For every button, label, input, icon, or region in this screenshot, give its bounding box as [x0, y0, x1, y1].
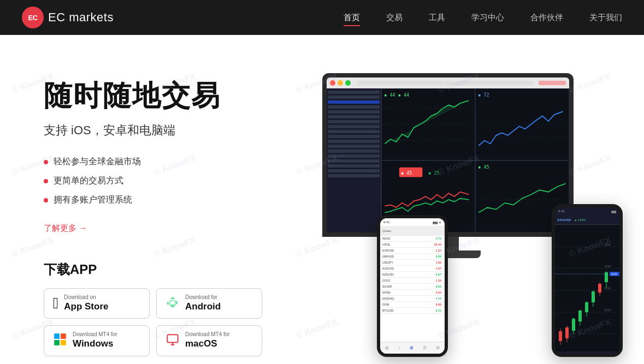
monitor-sidebar — [327, 88, 381, 232]
phone-quote-row: NGAS3.72↑ — [380, 236, 445, 242]
phone-statusbar-right: 9:41 ▮▮▮ — [555, 207, 619, 215]
nav-item-home[interactable]: 首页 — [344, 13, 360, 23]
nav-links: 首页 交易 工具 学习中心 合作伙伴 关于我们 — [344, 13, 622, 23]
svg-rect-44 — [598, 284, 601, 293]
nav-link-tools[interactable]: 工具 — [429, 13, 445, 24]
svg-rect-3 — [61, 340, 66, 345]
nav-item-partner[interactable]: 合作伙伴 — [530, 13, 563, 23]
svg-text:▪ 44  ▪ 44: ▪ 44 ▪ 44 — [384, 92, 409, 98]
nav-item-about[interactable]: 关于我们 — [589, 13, 622, 23]
download-windows-button[interactable]: Download MT4 for Windows — [44, 325, 150, 356]
phone-quote-row: SP5002.53↓ — [380, 290, 445, 296]
phone-quote-row: DOW0.68↓ — [380, 302, 445, 308]
feature-item-1: 轻松参与全球金融市场 — [44, 156, 306, 168]
phone-quote-row: USOIL53.42↓ — [380, 242, 445, 248]
svg-text:1838: 1838 — [611, 272, 617, 276]
svg-rect-40 — [585, 302, 588, 312]
logo-icon: EC — [22, 7, 44, 28]
bullet-dot-1 — [44, 160, 48, 164]
svg-rect-2 — [54, 340, 60, 345]
phone-nav-left: Quotes — [380, 226, 445, 236]
phone-quote-row: GBPUSD0.08↑ — [380, 254, 445, 260]
phone-left: 9:41▮▮▮ ✦ Quotes NGAS3.72↑ USOIL53.42↓ E… — [377, 215, 448, 357]
phone-bottom-nav-right: ⊞ 📊 📈 ☰ ⚙ — [555, 351, 619, 354]
svg-text:▪ 45: ▪ 45 — [401, 170, 412, 176]
win-min — [338, 80, 343, 86]
windows-text: Download MT4 for Windows — [73, 331, 117, 350]
download-macos-button[interactable]: Download MT4 for macOS — [156, 325, 262, 356]
nav-link-partner[interactable]: 合作伙伴 — [530, 13, 563, 24]
download-section: 下载APP  Download on App Store Do — [44, 261, 306, 356]
phone-right: 9:41 ▮▮▮ XAUUSD ▲ 0.42% — [552, 204, 623, 357]
phone-quote-row: GOLD1.18↓ — [380, 278, 445, 284]
nav-link-learn[interactable]: 学习中心 — [471, 13, 504, 24]
win-close — [330, 80, 335, 86]
svg-rect-1 — [61, 333, 66, 339]
phone-quote-row: USDJPY1.69↓ — [380, 260, 445, 266]
android-text: Download for Android — [185, 294, 221, 313]
monitor-screen: ▪ 44 ▪ 44 — [327, 77, 569, 232]
svg-rect-42 — [592, 291, 595, 302]
phone-statusbar-left: 9:41▮▮▮ ✦ — [380, 218, 445, 226]
features-list: 轻松参与全球金融市场 更简单的交易方式 拥有多账户管理系统 — [44, 156, 306, 206]
hero-title: 随时随地交易 — [44, 79, 306, 112]
nav-link-home[interactable]: 首页 — [344, 13, 360, 24]
logo-area[interactable]: EC EC markets — [22, 7, 114, 28]
nav-item-tools[interactable]: 工具 — [429, 13, 445, 23]
download-buttons:  Download on App Store Download for And… — [44, 288, 262, 356]
phone-quote-row: NASDAQ1.74↑ — [380, 296, 445, 302]
phone-chart-svg: 1840 1830 1820 1810 — [555, 225, 619, 349]
nav-item-learn[interactable]: 学习中心 — [471, 13, 504, 23]
phone-quotes-content: NGAS3.72↑ USOIL53.42↓ EURUSD1.27↓ GBPUSD… — [380, 236, 445, 342]
phone-left-screen: 9:41▮▮▮ ✦ Quotes NGAS3.72↑ USOIL53.42↓ E… — [380, 218, 445, 354]
svg-text:▪ 72: ▪ 72 — [478, 92, 489, 98]
phone-quote-row: SILVER0.83↑ — [380, 284, 445, 290]
logo-text: EC markets — [48, 10, 114, 25]
feature-item-2: 更简单的交易方式 — [44, 175, 306, 187]
phone-right-screen: 9:41 ▮▮▮ XAUUSD ▲ 0.42% — [555, 207, 619, 354]
nav-link-about[interactable]: 关于我们 — [589, 13, 622, 24]
phone-quote-row: EURUSD1.27↓ — [380, 248, 445, 254]
svg-rect-34 — [565, 327, 569, 338]
nav-item-trade[interactable]: 交易 — [386, 13, 403, 23]
svg-rect-32 — [559, 331, 562, 341]
hero-section: 随时随地交易 支持 iOS，安卓和电脑端 轻松参与全球金融市场 更简单的交易方式… — [0, 35, 644, 364]
monitor: ▪ 44 ▪ 44 — [322, 73, 574, 259]
svg-rect-38 — [578, 311, 582, 321]
svg-text:1810: 1810 — [604, 308, 611, 312]
download-android-button[interactable]: Download for Android — [156, 288, 262, 319]
device-container: ▪ 44 ▪ 44 — [306, 73, 623, 357]
svg-text:▪ 25: ▪ 25 — [428, 170, 439, 176]
monitor-frame: ▪ 44 ▪ 44 — [322, 73, 574, 237]
bullet-dot-2 — [44, 179, 48, 183]
hero-right: ▪ 44 ▪ 44 — [306, 68, 623, 357]
nav-link-trade[interactable]: 交易 — [386, 13, 403, 24]
android-icon — [166, 295, 180, 312]
chart-panel-tr: ▪ 72 — [475, 88, 569, 160]
phone-quote-row: AUDCAD1.57↓ — [380, 266, 445, 272]
bullet-dot-3 — [44, 198, 48, 202]
windows-icon — [53, 332, 67, 349]
phone-quote-row: NZDUSD0.67↑ — [380, 272, 445, 278]
svg-text:1820: 1820 — [604, 287, 611, 290]
phone-chart-header: XAUUSD ▲ 0.42% — [555, 215, 619, 225]
macos-text: Download MT4 for macOS — [185, 331, 230, 350]
svg-text:1830: 1830 — [604, 265, 611, 268]
svg-rect-4 — [167, 335, 178, 342]
hero-subtitle: 支持 iOS，安卓和电脑端 — [44, 122, 306, 139]
navbar: EC EC markets 首页 交易 工具 学习中心 合作伙伴 关于我们 — [0, 0, 644, 35]
download-title: 下载APP — [44, 261, 306, 278]
apple-icon:  — [53, 296, 58, 311]
phone-bottom-nav: ⊞ ↕ ⊞ ☰ ⚙ — [380, 342, 445, 354]
feature-item-3: 拥有多账户管理系统 — [44, 194, 306, 206]
macos-icon — [166, 332, 180, 349]
monitor-titlebar — [327, 77, 569, 88]
appstore-text: Download on App Store — [64, 294, 108, 313]
win-max — [345, 80, 351, 86]
svg-text:1840: 1840 — [604, 243, 611, 246]
hero-left: 随时随地交易 支持 iOS，安卓和电脑端 轻松参与全球金融市场 更简单的交易方式… — [44, 68, 306, 356]
chart-panel-tl: ▪ 44 ▪ 44 — [381, 88, 475, 160]
svg-text:▪ 45: ▪ 45 — [478, 164, 489, 170]
learn-more-link[interactable]: 了解更多 → — [44, 223, 87, 234]
download-appstore-button[interactable]:  Download on App Store — [44, 288, 150, 319]
